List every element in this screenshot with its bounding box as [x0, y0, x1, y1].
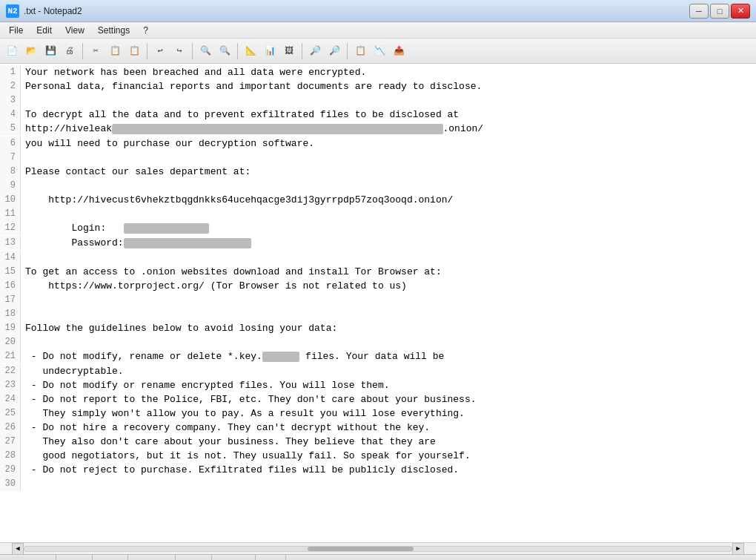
line-15: 15 To get an access to .onion websites d…	[0, 265, 756, 279]
line-text-23: - Do not modify or rename encrypted file…	[25, 378, 389, 392]
menu-help[interactable]: ?	[137, 24, 154, 37]
paste-button[interactable]: 📋	[125, 42, 143, 60]
line-10: 10 http://hivecust6vhekztbqgdnkks64ucehq…	[0, 193, 756, 207]
line-num-13: 13	[0, 236, 21, 250]
redact-5	[112, 124, 442, 134]
line-text-6: you will need to purchase our decryption…	[25, 136, 314, 151]
line-2: 2 Personal data, financial reports and i…	[0, 79, 756, 93]
status-sel: Sel 0	[93, 555, 128, 560]
minimize-button[interactable]: ─	[689, 4, 709, 19]
line-num-21: 21	[0, 349, 21, 363]
line-num-16: 16	[0, 279, 21, 293]
toolbar-sep-4	[237, 43, 238, 59]
horizontal-scrollbar[interactable]: ◀ ▶	[0, 542, 756, 554]
line-num-4: 4	[0, 108, 21, 122]
sort-button[interactable]: 📐	[242, 42, 259, 60]
line-5: 5 http://hiveleak .onion/	[0, 122, 756, 136]
close-button[interactable]: ✕	[731, 4, 750, 19]
undo-button[interactable]: ↩	[151, 42, 169, 60]
line-num-24: 24	[0, 392, 21, 406]
line-13: 13 Password:	[0, 236, 756, 251]
window-title: .txt - Notepad2	[24, 6, 82, 16]
line-8: 8 Please contact our sales department at…	[0, 165, 756, 179]
line-9: 9	[0, 179, 756, 193]
replace-button[interactable]: 🔍	[216, 42, 233, 60]
line-text-12: Login:	[25, 221, 209, 236]
line-num-9: 9	[0, 179, 21, 193]
format-button[interactable]: 📊	[261, 42, 279, 60]
line-num-1: 1	[0, 65, 21, 79]
status-position: Ln 1 : 30	[6, 555, 56, 560]
line-30: 30	[0, 477, 756, 491]
exit-button[interactable]: 📤	[390, 42, 408, 60]
wordwrap-button[interactable]: 🖼	[280, 42, 298, 60]
window-controls: ─ □ ✕	[689, 4, 750, 19]
status-bar: Ln 1 : 30 Col 1 Sel 0 1.33 KB ANSI CR+LF…	[0, 554, 756, 560]
line-num-19: 19	[0, 321, 21, 335]
line-num-17: 17	[0, 293, 21, 307]
line-12: 12 Login:	[0, 221, 756, 236]
line-num-18: 18	[0, 307, 21, 321]
line-4: 4 To decrypt all the data and to prevent…	[0, 108, 756, 122]
title-bar: N2 .txt - Notepad2 ─ □ ✕	[0, 0, 756, 22]
line-21: 21 - Do not modify, rename or delete *.k…	[0, 349, 756, 364]
line-text-5: http://hiveleak .onion/	[25, 122, 483, 136]
line-19: 19 Follow the guidelines below to avoid …	[0, 321, 756, 335]
line-23: 23 - Do not modify or rename encrypted f…	[0, 378, 756, 392]
line-25: 25 They simply won't allow you to pay. A…	[0, 406, 756, 421]
editor-area[interactable]: 1 Your network has been breached and all…	[0, 64, 756, 542]
line-text-21: - Do not modify, rename or delete *.key.…	[25, 349, 444, 364]
scroll-left-arrow[interactable]: ◀	[12, 543, 24, 555]
toolbar: 📄 📂 💾 🖨 ✂ 📋 📋 ↩ ↪ 🔍 🔍 📐 📊 🖼 🔎 🔎 📋 📉 📤	[0, 39, 756, 64]
line-num-29: 29	[0, 463, 21, 477]
menu-file[interactable]: File	[3, 24, 29, 37]
line-text-10: http://hivecust6vhekztbqgdnkks64ucehqacg…	[25, 193, 453, 207]
line-text-4: To decrypt all the data and to prevent e…	[25, 108, 459, 122]
status-eol: CR+LF	[212, 555, 256, 560]
find-button[interactable]: 🔍	[196, 42, 214, 60]
menu-bar: File Edit View Settings ?	[0, 22, 756, 39]
new-button[interactable]: 📄	[3, 42, 21, 60]
zoom-out-button[interactable]: 🔎	[325, 42, 343, 60]
line-num-28: 28	[0, 449, 21, 463]
line-num-22: 22	[0, 364, 21, 378]
line-27: 27 They also don't care about your busin…	[0, 435, 756, 449]
menu-edit[interactable]: Edit	[30, 24, 58, 37]
line-num-8: 8	[0, 165, 21, 179]
line-7: 7	[0, 151, 756, 165]
menu-view[interactable]: View	[59, 24, 90, 37]
line-num-11: 11	[0, 207, 21, 221]
copy-button[interactable]: 📋	[106, 42, 124, 60]
scheme-button[interactable]: 📋	[351, 42, 369, 60]
cut-button[interactable]: ✂	[87, 42, 105, 60]
maximize-button[interactable]: □	[710, 4, 729, 19]
line-num-20: 20	[0, 335, 21, 349]
line-28: 28 good negotiators, but it is not. They…	[0, 449, 756, 463]
scroll-thumb[interactable]	[308, 547, 414, 551]
zoom-in-button[interactable]: 🔎	[306, 42, 324, 60]
line-6: 6 you will need to purchase our decrypti…	[0, 136, 756, 151]
line-text-8: Please contact our sales department at:	[25, 165, 251, 179]
line-text-25: They simply won't allow you to pay. As a…	[25, 406, 465, 421]
scroll-right-arrow[interactable]: ▶	[732, 543, 744, 555]
line-text-29: - Do not reject to purchase. Exfiltrated…	[25, 463, 459, 477]
print-button[interactable]: 🖨	[61, 42, 79, 60]
save-button[interactable]: 💾	[42, 42, 59, 60]
line-num-23: 23	[0, 378, 21, 392]
settings2-button[interactable]: 📉	[371, 42, 388, 60]
line-text-15: To get an access to .onion websites down…	[25, 265, 442, 279]
app-icon: N2	[6, 4, 19, 18]
line-18: 18	[0, 307, 756, 321]
line-text-2: Personal data, financial reports and imp…	[25, 79, 482, 93]
scroll-track[interactable]	[24, 546, 732, 552]
line-text-27: They also don't care about your business…	[25, 435, 436, 449]
menu-settings[interactable]: Settings	[92, 24, 136, 37]
redo-button[interactable]: ↪	[170, 42, 188, 60]
line-num-15: 15	[0, 265, 21, 279]
open-button[interactable]: 📂	[22, 42, 40, 60]
line-num-30: 30	[0, 477, 21, 491]
line-num-3: 3	[0, 93, 21, 108]
line-22: 22 undecryptable.	[0, 364, 756, 378]
toolbar-sep-5	[302, 43, 302, 59]
line-num-7: 7	[0, 151, 21, 165]
